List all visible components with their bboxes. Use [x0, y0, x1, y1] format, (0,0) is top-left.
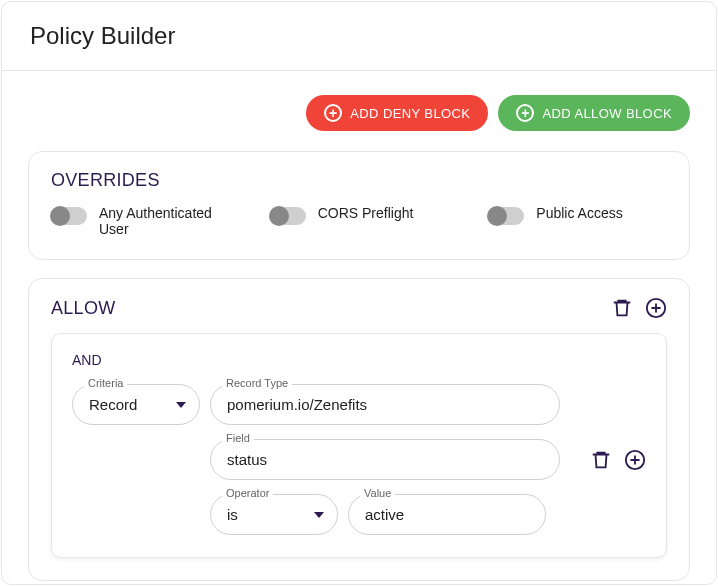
allow-title: ALLOW — [51, 298, 116, 319]
content: + ADD DENY BLOCK + ADD ALLOW BLOCK OVERR… — [2, 71, 716, 581]
add-deny-block-button[interactable]: + ADD DENY BLOCK — [306, 95, 488, 131]
toggle-label: Any Authenticated User — [99, 205, 230, 237]
allow-header-actions — [611, 297, 667, 319]
toggle-switch[interactable] — [270, 207, 306, 225]
field-label: Field — [222, 432, 254, 444]
record-type-input[interactable] — [210, 384, 560, 425]
plus-circle-icon: + — [324, 104, 342, 122]
toggle-switch[interactable] — [488, 207, 524, 225]
toggle-label: CORS Preflight — [318, 205, 414, 221]
row-field: Field — [72, 439, 646, 480]
toggle-any-authenticated-user: Any Authenticated User — [51, 205, 230, 237]
trash-icon[interactable] — [611, 297, 633, 319]
operator-field[interactable]: Operator is — [210, 494, 338, 535]
toggle-cors-preflight: CORS Preflight — [270, 205, 449, 225]
and-title: AND — [72, 352, 646, 368]
overrides-title: OVERRIDES — [51, 170, 667, 191]
value-input[interactable] — [348, 494, 546, 535]
overrides-card: OVERRIDES Any Authenticated User CORS Pr… — [28, 151, 690, 260]
overrides-row: Any Authenticated User CORS Preflight Pu… — [51, 205, 667, 237]
allow-card: ALLOW AND Criteria Record — [28, 278, 690, 581]
add-allow-block-button[interactable]: + ADD ALLOW BLOCK — [498, 95, 690, 131]
record-type-field[interactable]: Record Type — [210, 384, 560, 425]
plus-circle-icon[interactable] — [624, 449, 646, 471]
field-field[interactable]: Field — [210, 439, 560, 480]
add-deny-label: ADD DENY BLOCK — [350, 106, 470, 121]
top-buttons: + ADD DENY BLOCK + ADD ALLOW BLOCK — [28, 95, 690, 131]
plus-circle-icon: + — [516, 104, 534, 122]
value-field[interactable]: Value — [348, 494, 546, 535]
policy-builder-window: Policy Builder + ADD DENY BLOCK + ADD AL… — [1, 1, 717, 585]
and-group: AND Criteria Record Record Type Field — [51, 333, 667, 558]
trash-icon[interactable] — [590, 449, 612, 471]
toggle-label: Public Access — [536, 205, 622, 221]
criteria-value: Record — [72, 384, 200, 425]
allow-header: ALLOW — [51, 297, 667, 319]
page-title: Policy Builder — [30, 22, 688, 50]
row-criteria: Criteria Record Record Type — [72, 384, 646, 425]
operator-label: Operator — [222, 487, 273, 499]
toggle-switch[interactable] — [51, 207, 87, 225]
toggle-public-access: Public Access — [488, 205, 667, 225]
value-label: Value — [360, 487, 395, 499]
field-input[interactable] — [210, 439, 560, 480]
add-allow-label: ADD ALLOW BLOCK — [542, 106, 672, 121]
record-type-label: Record Type — [222, 377, 292, 389]
row-actions — [590, 449, 646, 471]
header: Policy Builder — [2, 2, 716, 71]
criteria-field[interactable]: Criteria Record — [72, 384, 200, 425]
criteria-label: Criteria — [84, 377, 127, 389]
row-operator-value: Operator is Value — [72, 494, 646, 535]
plus-circle-icon[interactable] — [645, 297, 667, 319]
operator-value: is — [210, 494, 338, 535]
